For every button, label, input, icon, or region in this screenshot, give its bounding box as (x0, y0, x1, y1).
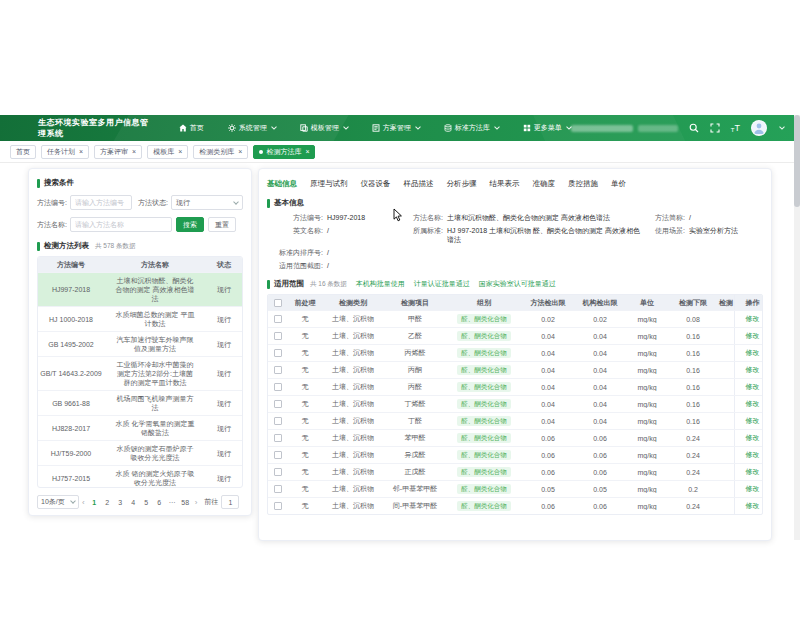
group-cell: 醛、酮类化合物 (446, 484, 522, 495)
detail-tab[interactable]: 分析步骤 (447, 179, 477, 189)
method-status-select[interactable]: 现行 (171, 195, 243, 210)
nav-plan-management[interactable]: 方案管理 (372, 123, 420, 133)
row-checkbox[interactable] (274, 417, 282, 425)
row-checkbox[interactable] (274, 468, 282, 476)
search-icon[interactable] (689, 123, 699, 133)
next-page-button[interactable]: › (195, 498, 198, 507)
detail-tab[interactable]: 准确度 (533, 179, 556, 189)
window-tab[interactable]: 方案评审 × (94, 145, 142, 159)
method-code-input[interactable] (70, 195, 132, 210)
edit-link[interactable]: 修改 (746, 314, 760, 324)
page-size-select[interactable]: 10条/页 (37, 495, 79, 509)
prev-page-button[interactable]: ‹ (82, 498, 85, 507)
row-checkbox[interactable] (274, 451, 282, 459)
row-checkbox[interactable] (274, 315, 282, 323)
chevron-down-icon[interactable] (779, 124, 785, 130)
edit-link[interactable]: 修改 (746, 365, 760, 375)
detail-tab[interactable]: 仪器设备 (361, 179, 391, 189)
scope-row[interactable]: 无 土壤、沉积物 邻-甲基苯甲醛 醛、酮类化合物 0.05 0.05 mg/kg… (268, 480, 762, 497)
window-tab[interactable]: 首页 × (10, 145, 36, 159)
method-list-row[interactable]: HJ828-2017 水质 化学需氧量的测定重铬酸盐法 现行 (38, 415, 242, 440)
nav-standard-method-library[interactable]: 标准方法库 (444, 123, 499, 133)
scope-row[interactable]: 无 土壤、沉积物 甲醛 醛、酮类化合物 0.02 0.02 mg/kg 0.08… (268, 310, 762, 327)
goto-page-input[interactable] (221, 495, 239, 509)
row-checkbox[interactable] (274, 434, 282, 442)
row-checkbox[interactable] (274, 400, 282, 408)
close-icon[interactable]: × (178, 148, 182, 155)
page-number[interactable]: 58 (181, 499, 190, 506)
nav-template-management[interactable]: 模板管理 (300, 123, 348, 133)
detail-tab[interactable]: 基础信息 (267, 179, 297, 189)
nav-more-menu[interactable]: 更多菜单 (523, 123, 571, 133)
scope-row[interactable]: 无 土壤、沉积物 乙醛 醛、酮类化合物 0.04 0.04 mg/kg 0.16… (268, 327, 762, 344)
page-number[interactable]: 6 (155, 499, 164, 506)
row-checkbox[interactable] (274, 383, 282, 391)
window-tab[interactable]: 检测类别库 × (193, 145, 248, 159)
page-number[interactable]: 3 (116, 499, 125, 506)
method-list-row[interactable]: GB 9661-88 机场周围飞机噪声测量方法 现行 (38, 390, 242, 415)
scope-row[interactable]: 无 土壤、沉积物 丙醛 醛、酮类化合物 0.04 0.04 mg/kg 0.16… (268, 378, 762, 395)
page-scrollbar[interactable] (794, 115, 800, 540)
batch-action-link[interactable]: 本机构批量使用 (356, 279, 405, 289)
scope-row[interactable]: 无 土壤、沉积物 丁醛 醛、酮类化合物 0.04 0.04 mg/kg 0.16… (268, 412, 762, 429)
scope-row[interactable]: 无 土壤、沉积物 间-甲基苯甲醛 醛、酮类化合物 0.06 0.06 mg/kg… (268, 497, 762, 514)
page-number[interactable]: ··· (168, 499, 177, 506)
edit-link[interactable]: 修改 (746, 501, 760, 511)
method-list-row[interactable]: HJ757-2015 水质 铬的测定火焰原子吸收分光光度法 现行 (38, 465, 242, 488)
scrollbar-thumb[interactable] (794, 115, 800, 207)
row-checkbox[interactable] (274, 366, 282, 374)
scope-row[interactable]: 无 土壤、沉积物 正戊醛 醛、酮类化合物 0.06 0.06 mg/kg 0.2… (268, 463, 762, 480)
font-size-icon[interactable] (731, 124, 740, 133)
edit-link[interactable]: 修改 (746, 399, 760, 409)
fullscreen-icon[interactable] (710, 123, 720, 133)
method-name-input[interactable] (70, 217, 172, 232)
edit-link[interactable]: 修改 (746, 484, 760, 494)
scope-row[interactable]: 无 土壤、沉积物 丁烯醛 醛、酮类化合物 0.04 0.04 mg/kg 0.1… (268, 395, 762, 412)
method-list-row[interactable]: GB 1495-2002 汽车加速行驶车外噪声限值及测量方法 现行 (38, 331, 242, 356)
detail-tab[interactable]: 原理与试剂 (310, 179, 348, 189)
close-icon[interactable]: × (238, 148, 242, 155)
row-checkbox[interactable] (274, 502, 282, 510)
edit-link[interactable]: 修改 (746, 416, 760, 426)
page-number[interactable]: 5 (142, 499, 151, 506)
detail-tab[interactable]: 单价 (611, 179, 626, 189)
close-icon[interactable]: × (305, 148, 309, 155)
window-tab[interactable]: 检测方法库 × (253, 145, 315, 159)
row-checkbox[interactable] (274, 349, 282, 357)
batch-action-link[interactable]: 国家实验室认可批量通过 (479, 279, 556, 289)
search-button[interactable]: 搜索 (176, 217, 204, 232)
select-all-checkbox[interactable] (274, 299, 282, 307)
scope-row[interactable]: 无 土壤、沉积物 异戊醛 醛、酮类化合物 0.06 0.06 mg/kg 0.2… (268, 446, 762, 463)
edit-link[interactable]: 修改 (746, 433, 760, 443)
method-list-row[interactable]: HJ997-2018 土壤和沉积物醛、酮类化合物的测定 高效液相色谱法 现行 (38, 272, 242, 306)
detail-tab[interactable]: 质控措施 (568, 179, 598, 189)
method-list-row[interactable]: HJ/T59-2000 水质铍的测定石墨炉原子吸收分光光度法 现行 (38, 440, 242, 465)
edit-link[interactable]: 修改 (746, 467, 760, 477)
edit-link[interactable]: 修改 (746, 382, 760, 392)
detail-tab[interactable]: 样品描述 (404, 179, 434, 189)
edit-link[interactable]: 修改 (746, 450, 760, 460)
close-icon[interactable]: × (79, 148, 83, 155)
scope-row[interactable]: 无 土壤、沉积物 丙烯醛 醛、酮类化合物 0.04 0.04 mg/kg 0.1… (268, 344, 762, 361)
scope-row[interactable]: 无 土壤、沉积物 丙酮 醛、酮类化合物 0.04 0.04 mg/kg 0.16… (268, 361, 762, 378)
window-tab[interactable]: 模板库 × (147, 145, 188, 159)
row-checkbox[interactable] (274, 332, 282, 340)
detail-tab[interactable]: 结果表示 (490, 179, 520, 189)
item-cell: 丙烯醛 (384, 348, 446, 358)
method-list-row[interactable]: HJ 1000-2018 水质细菌总数的测定 平皿计数法 现行 (38, 306, 242, 331)
edit-link[interactable]: 修改 (746, 348, 760, 358)
page-number[interactable]: 1 (90, 499, 99, 506)
avatar[interactable] (751, 120, 767, 136)
scope-row[interactable]: 无 土壤、沉积物 苯甲醛 醛、酮类化合物 0.06 0.06 mg/kg 0.2… (268, 429, 762, 446)
reset-button[interactable]: 重置 (208, 217, 236, 232)
nav-home[interactable]: 首页 (179, 123, 204, 133)
page-number[interactable]: 4 (129, 499, 138, 506)
page-number[interactable]: 2 (103, 499, 112, 506)
edit-link[interactable]: 修改 (746, 331, 760, 341)
row-checkbox[interactable] (274, 485, 282, 493)
batch-action-link[interactable]: 计量认证批量通过 (414, 279, 470, 289)
close-icon[interactable]: × (132, 148, 136, 155)
nav-system-management[interactable]: 系统管理 (228, 123, 276, 133)
method-list-row[interactable]: GB/T 14643.2-2009 工业循环冷却水中菌藻的测定方法第2部分:土壤… (38, 356, 242, 390)
window-tab[interactable]: 任务计划 × (41, 145, 89, 159)
